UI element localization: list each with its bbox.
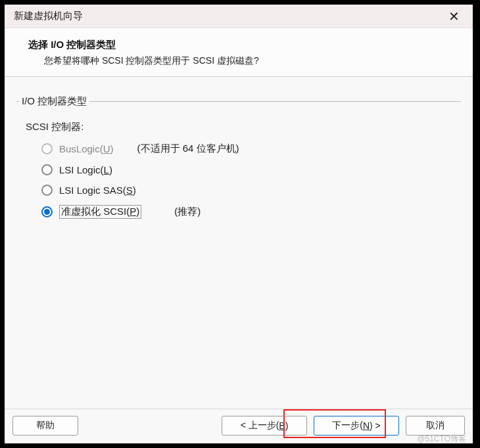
- radio-icon: [41, 143, 53, 154]
- wizard-header: 选择 I/O 控制器类型 您希望将哪种 SCSI 控制器类型用于 SCSI 虚拟…: [5, 28, 473, 77]
- scsi-controller-label: SCSI 控制器:: [26, 121, 454, 133]
- controller-type-group: I/O 控制器类型 SCSI 控制器: BusLogic(U) (不适用于 64…: [16, 95, 461, 229]
- radio-icon: [41, 206, 53, 217]
- help-button[interactable]: 帮助: [12, 416, 78, 436]
- radio-label-pvscsi: 准虚拟化 SCSI(P): [59, 205, 141, 219]
- radio-label-buslogic: BusLogic(U): [59, 143, 114, 154]
- wizard-footer: 帮助 < 上一步(B) 下一步(N) > 取消: [5, 409, 473, 443]
- radio-pvscsi[interactable]: 准虚拟化 SCSI(P) (推荐): [41, 205, 454, 219]
- radio-lsilogic[interactable]: LSI Logic(L): [41, 164, 454, 175]
- wizard-dialog: 新建虚拟机向导 ✕ 选择 I/O 控制器类型 您希望将哪种 SCSI 控制器类型…: [4, 4, 473, 444]
- cancel-button[interactable]: 取消: [406, 416, 465, 436]
- dialog-title: 新建虚拟机向导: [14, 10, 83, 22]
- titlebar: 新建虚拟机向导 ✕: [5, 5, 473, 28]
- radio-buslogic: BusLogic(U) (不适用于 64 位客户机): [41, 143, 454, 155]
- back-button[interactable]: < 上一步(B): [222, 416, 307, 436]
- radio-icon: [41, 164, 53, 175]
- radio-label-lsisas: LSI Logic SAS(S): [59, 185, 136, 196]
- radio-icon: [41, 185, 53, 196]
- radio-hint-pvscsi: (推荐): [174, 206, 201, 218]
- next-button[interactable]: 下一步(N) >: [314, 416, 399, 436]
- group-legend: I/O 控制器类型: [19, 95, 89, 108]
- radio-lsisas[interactable]: LSI Logic SAS(S): [41, 185, 454, 196]
- radio-label-lsilogic: LSI Logic(L): [59, 164, 112, 175]
- page-title: 选择 I/O 控制器类型: [28, 39, 454, 51]
- wizard-body: I/O 控制器类型 SCSI 控制器: BusLogic(U) (不适用于 64…: [5, 77, 473, 409]
- close-icon[interactable]: ✕: [443, 7, 465, 26]
- page-description: 您希望将哪种 SCSI 控制器类型用于 SCSI 虚拟磁盘?: [28, 55, 454, 67]
- radio-hint-buslogic: (不适用于 64 位客户机): [137, 143, 239, 155]
